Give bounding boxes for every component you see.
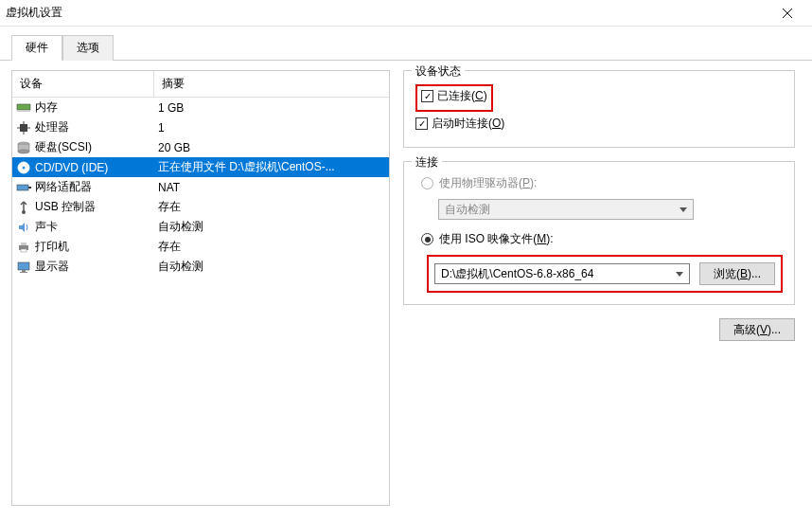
table-header: 设备 摘要 xyxy=(12,71,389,98)
svg-point-9 xyxy=(18,150,29,153)
radio-iso-label: 使用 ISO 映像文件(M): xyxy=(439,231,554,247)
device-name: 硬盘(SCSI) xyxy=(35,139,92,155)
device-name: 声卡 xyxy=(35,219,58,235)
svg-rect-12 xyxy=(17,185,28,190)
device-row-display[interactable]: 显示器自动检测 xyxy=(12,257,389,277)
header-summary[interactable]: 摘要 xyxy=(154,71,389,97)
highlight-iso-row: D:\虚拟机\CentOS-6.8-x86_64 浏览(B)... xyxy=(427,255,783,293)
radio-iso-file[interactable]: 使用 ISO 映像文件(M): xyxy=(415,231,783,247)
legend-connection: 连接 xyxy=(412,154,442,171)
titlebar: 虚拟机设置 xyxy=(0,0,812,27)
device-name-cell: 打印机 xyxy=(12,239,154,255)
tab-options[interactable]: 选项 xyxy=(62,35,114,61)
device-name-cell: 内存 xyxy=(12,99,154,116)
device-name: USB 控制器 xyxy=(35,199,96,215)
device-name-cell: 处理器 xyxy=(12,119,154,135)
printer-icon xyxy=(16,241,31,254)
device-row-cpu[interactable]: 处理器1 xyxy=(12,117,389,137)
device-row-printer[interactable]: 打印机存在 xyxy=(12,237,389,257)
svg-rect-18 xyxy=(21,249,26,252)
display-icon xyxy=(16,260,31,274)
device-summary: 存在 xyxy=(154,239,389,255)
svg-rect-0 xyxy=(17,104,30,110)
checkbox-poweron-box: ✓ xyxy=(415,117,428,130)
radio-iso-visual xyxy=(421,233,433,245)
window-title: 虚拟机设置 xyxy=(6,5,768,21)
device-name: 打印机 xyxy=(35,239,69,255)
radio-physical-visual xyxy=(421,177,433,189)
svg-point-11 xyxy=(23,166,26,169)
device-summary: 20 GB xyxy=(154,141,389,154)
memory-icon xyxy=(16,101,31,115)
device-name: CD/DVD (IDE) xyxy=(35,161,108,174)
device-name: 处理器 xyxy=(35,119,69,135)
tabs: 硬件 选项 xyxy=(0,27,812,61)
combo-iso-value: D:\虚拟机\CentOS-6.8-x86_64 xyxy=(441,266,593,282)
disk-icon xyxy=(16,141,31,154)
sound-icon xyxy=(16,221,31,234)
svg-rect-21 xyxy=(20,272,27,273)
combo-physical-drive[interactable]: 自动检测 xyxy=(438,199,694,220)
device-row-cd[interactable]: CD/DVD (IDE)正在使用文件 D:\虚拟机\CentOS-... xyxy=(12,157,389,177)
settings-panel: 设备状态 ✓ 已连接(C) ✓ 启动时连接(O) 连接 使用物理驱动器(P): … xyxy=(397,70,801,506)
combo-iso-path[interactable]: D:\虚拟机\CentOS-6.8-x86_64 xyxy=(434,263,690,284)
checkbox-connect-poweron[interactable]: ✓ 启动时连接(O) xyxy=(415,116,783,132)
radio-physical-label: 使用物理驱动器(P): xyxy=(439,175,537,191)
device-name-cell: 声卡 xyxy=(12,219,154,235)
device-summary: 1 xyxy=(154,121,389,135)
radio-physical-drive[interactable]: 使用物理驱动器(P): xyxy=(415,175,783,191)
header-device[interactable]: 设备 xyxy=(12,71,154,97)
device-summary: 1 GB xyxy=(154,101,389,115)
usb-icon xyxy=(16,201,31,214)
device-summary: 存在 xyxy=(154,199,389,215)
device-summary: 自动检测 xyxy=(154,259,389,275)
device-list-panel: 设备 摘要 内存1 GB处理器1硬盘(SCSI)20 GBCD/DVD (IDE… xyxy=(11,70,390,506)
cpu-icon xyxy=(16,121,31,135)
device-name: 网络适配器 xyxy=(35,179,92,195)
combo-physical-value: 自动检测 xyxy=(445,202,490,218)
svg-rect-17 xyxy=(21,243,26,245)
browse-button[interactable]: 浏览(B)... xyxy=(699,262,775,285)
fieldset-connection: 连接 使用物理驱动器(P): 自动检测 使用 ISO 映像文件(M): D:\虚… xyxy=(403,161,795,305)
close-button[interactable] xyxy=(768,0,806,27)
close-icon xyxy=(783,9,792,18)
device-row-net[interactable]: 网络适配器NAT xyxy=(12,177,389,197)
highlight-connected: ✓ 已连接(C) xyxy=(415,84,493,112)
legend-device-status: 设备状态 xyxy=(412,63,465,80)
device-summary: 正在使用文件 D:\虚拟机\CentOS-... xyxy=(154,159,389,175)
device-row-memory[interactable]: 内存1 GB xyxy=(12,98,389,117)
svg-rect-1 xyxy=(17,110,30,112)
device-summary: NAT xyxy=(154,181,389,194)
content: 设备 摘要 内存1 GB处理器1硬盘(SCSI)20 GBCD/DVD (IDE… xyxy=(0,61,812,515)
device-name-cell: 显示器 xyxy=(12,259,154,275)
device-row-sound[interactable]: 声卡自动检测 xyxy=(12,217,389,237)
device-name-cell: USB 控制器 xyxy=(12,199,154,215)
checkbox-connected[interactable]: ✓ 已连接(C) xyxy=(421,88,487,104)
svg-rect-19 xyxy=(18,262,29,270)
device-row-disk[interactable]: 硬盘(SCSI)20 GB xyxy=(12,137,389,157)
device-name: 内存 xyxy=(35,99,58,116)
device-name: 显示器 xyxy=(35,259,69,275)
device-row-usb[interactable]: USB 控制器存在 xyxy=(12,197,389,217)
net-icon xyxy=(16,181,31,194)
advanced-button[interactable]: 高级(V)... xyxy=(719,318,795,341)
device-summary: 自动检测 xyxy=(154,219,389,235)
svg-rect-20 xyxy=(22,270,26,272)
device-name-cell: 网络适配器 xyxy=(12,179,154,195)
cd-icon xyxy=(16,161,31,174)
checkbox-poweron-label: 启动时连接(O) xyxy=(432,116,504,132)
device-name-cell: CD/DVD (IDE) xyxy=(12,161,154,174)
device-table: 设备 摘要 内存1 GB处理器1硬盘(SCSI)20 GBCD/DVD (IDE… xyxy=(12,71,389,277)
svg-rect-2 xyxy=(20,124,27,132)
checkbox-connected-label: 已连接(C) xyxy=(437,88,487,104)
checkbox-connected-box: ✓ xyxy=(421,90,433,102)
fieldset-device-status: 设备状态 ✓ 已连接(C) ✓ 启动时连接(O) xyxy=(403,70,795,148)
tab-hardware[interactable]: 硬件 xyxy=(11,35,62,61)
svg-rect-13 xyxy=(28,187,31,189)
advanced-row: 高级(V)... xyxy=(403,318,795,341)
device-name-cell: 硬盘(SCSI) xyxy=(12,139,154,155)
